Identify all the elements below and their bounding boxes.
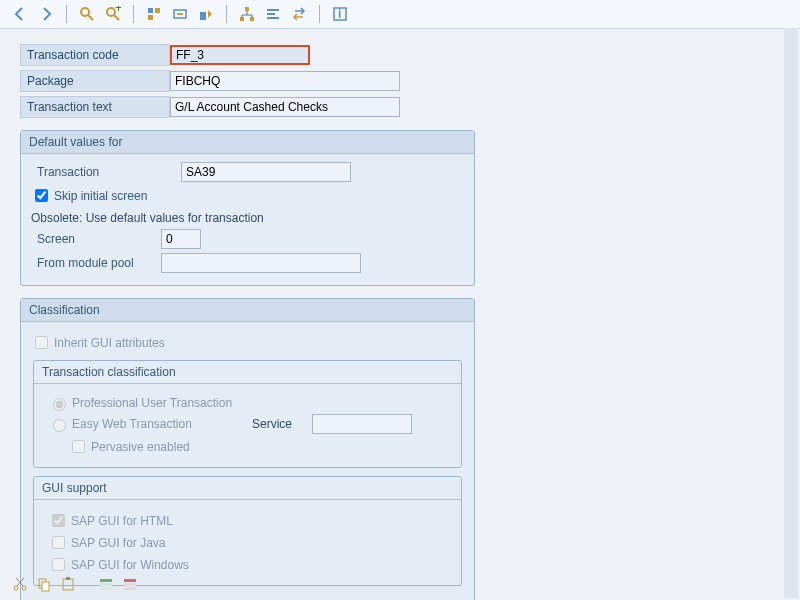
svg-rect-7 — [148, 15, 153, 20]
skip-initial-label: Skip initial screen — [54, 189, 147, 203]
gui-win-label: SAP GUI for Windows — [71, 558, 189, 572]
hierarchy-icon[interactable] — [237, 4, 257, 24]
gui-win-checkbox — [52, 558, 65, 571]
svg-rect-6 — [155, 8, 160, 13]
pervasive-checkbox — [72, 440, 85, 453]
skip-initial-checkbox[interactable] — [35, 189, 48, 202]
separator — [133, 5, 134, 23]
service-input — [312, 414, 412, 434]
gui-java-label: SAP GUI for Java — [71, 536, 165, 550]
text-input — [170, 97, 400, 117]
where-used-icon[interactable] — [144, 4, 164, 24]
svg-line-1 — [88, 15, 93, 20]
tcode-input[interactable] — [170, 45, 310, 65]
svg-point-18 — [14, 586, 18, 590]
svg-rect-11 — [240, 17, 244, 21]
package-label: Package — [20, 70, 170, 92]
svg-rect-10 — [245, 7, 249, 11]
insert-row-icon[interactable] — [96, 574, 116, 594]
package-input — [170, 71, 400, 91]
align-icon[interactable] — [263, 4, 283, 24]
pervasive-label: Pervasive enabled — [91, 440, 190, 454]
switch-icon[interactable] — [289, 4, 309, 24]
screen-label: Screen — [31, 229, 161, 249]
delete-row-icon[interactable] — [120, 574, 140, 594]
svg-rect-29 — [124, 587, 136, 590]
svg-rect-12 — [250, 17, 254, 21]
svg-rect-24 — [100, 579, 112, 582]
scrollbar[interactable] — [784, 28, 798, 598]
transaction-input — [181, 162, 351, 182]
gui-support-group: GUI support SAP GUI for HTML SAP GUI for… — [33, 476, 462, 586]
separator — [319, 5, 320, 23]
forward-icon[interactable] — [36, 4, 56, 24]
back-icon[interactable] — [10, 4, 30, 24]
separator — [226, 5, 227, 23]
separator — [66, 5, 67, 23]
default-values-title: Default values for — [21, 131, 474, 154]
transaction-classification-group: Transaction classification Professional … — [33, 360, 462, 468]
pool-label: From module pool — [31, 253, 161, 273]
svg-rect-22 — [63, 579, 73, 590]
professional-radio — [53, 398, 66, 411]
pool-input — [161, 253, 361, 273]
svg-rect-26 — [100, 587, 112, 590]
text-label: Transaction text — [20, 96, 170, 118]
svg-rect-25 — [100, 583, 112, 586]
cut-icon[interactable] — [10, 574, 30, 594]
inherit-checkbox — [35, 336, 48, 349]
gui-java-checkbox — [52, 536, 65, 549]
inherit-label: Inherit GUI attributes — [54, 336, 165, 350]
find-next-icon[interactable]: + — [103, 4, 123, 24]
svg-point-2 — [107, 8, 115, 16]
svg-rect-27 — [124, 579, 136, 582]
tc-title: Transaction classification — [34, 361, 461, 384]
svg-text:+: + — [115, 6, 121, 15]
paste-icon[interactable] — [58, 574, 78, 594]
tcode-label: Transaction code — [20, 44, 170, 66]
obsolete-text: Obsolete: Use default values for transac… — [31, 211, 464, 225]
svg-rect-9 — [200, 12, 206, 20]
main-toolbar: + i — [0, 0, 800, 29]
gui-title: GUI support — [34, 477, 461, 500]
transaction-label: Transaction — [31, 162, 181, 182]
default-values-group: Default values for Transaction Skip init… — [20, 130, 475, 286]
easy-web-radio — [53, 419, 66, 432]
easy-web-label: Easy Web Transaction — [72, 417, 252, 431]
svg-rect-28 — [124, 583, 136, 586]
bottom-toolbar — [10, 574, 140, 594]
copy-icon[interactable] — [34, 574, 54, 594]
screen-input — [161, 229, 201, 249]
other-object-icon[interactable] — [170, 4, 190, 24]
svg-text:i: i — [338, 7, 341, 21]
svg-rect-21 — [42, 582, 49, 591]
classification-title: Classification — [21, 299, 474, 322]
svg-rect-5 — [148, 8, 153, 13]
gui-html-checkbox — [52, 514, 65, 527]
svg-point-0 — [81, 8, 89, 16]
classification-group: Classification Inherit GUI attributes Tr… — [20, 298, 475, 600]
info-icon[interactable]: i — [330, 4, 350, 24]
professional-label: Professional User Transaction — [72, 396, 232, 410]
gui-html-label: SAP GUI for HTML — [71, 514, 173, 528]
service-label: Service — [252, 417, 312, 431]
find-icon[interactable] — [77, 4, 97, 24]
svg-rect-23 — [66, 577, 70, 580]
svg-point-19 — [22, 586, 26, 590]
svg-line-3 — [114, 15, 119, 20]
export-icon[interactable] — [196, 4, 216, 24]
